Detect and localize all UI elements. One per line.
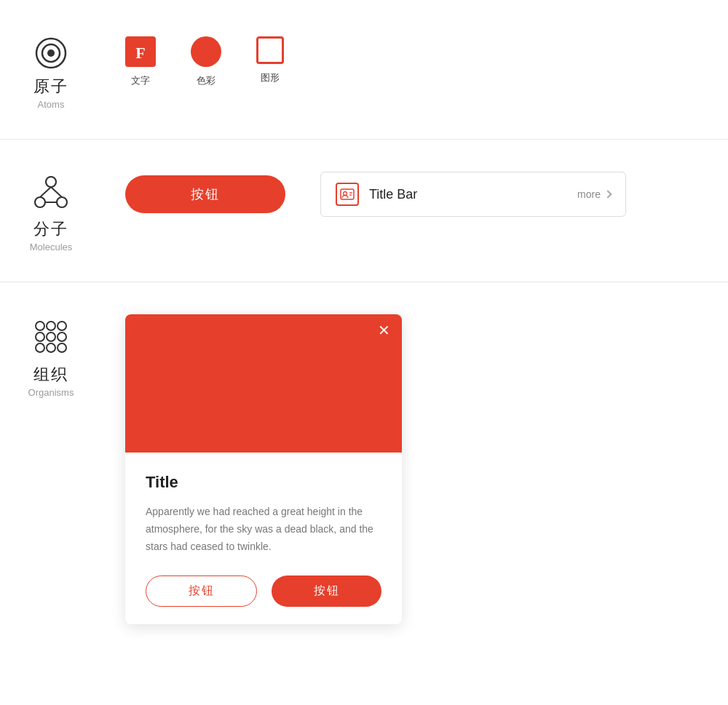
organisms-section: 组织 Organisms ✕ Title Apparently we had r…	[0, 282, 728, 659]
atoms-section: 原子 Atoms F 文字 色彩 图形	[0, 0, 728, 140]
modal-text: Apparently we had reached a great height…	[146, 503, 381, 555]
molecules-icon	[33, 176, 69, 212]
atoms-label-cn: 原子	[33, 76, 68, 97]
organisms-content: ✕ Title Apparently we had reached a grea…	[102, 311, 728, 630]
more-label: more	[577, 188, 601, 200]
molecules-section: 分子 Molecules 按钮 Title Bar more	[0, 140, 728, 282]
modal-close-button[interactable]: ✕	[378, 323, 390, 338]
svg-point-23	[58, 343, 66, 352]
atoms-label: 原子 Atoms	[0, 29, 102, 110]
atoms-label-en: Atoms	[38, 99, 65, 110]
svg-point-22	[47, 343, 55, 352]
svg-point-12	[344, 192, 347, 196]
shape-atom-icon	[256, 36, 284, 64]
molecules-content: 按钮 Title Bar more	[102, 169, 728, 223]
color-atom-icon	[191, 36, 221, 67]
title-bar-text: Title Bar	[369, 187, 567, 202]
title-bar-icon	[336, 183, 359, 206]
svg-rect-11	[341, 189, 354, 199]
svg-line-8	[40, 187, 51, 197]
atom-shape: 图形	[256, 36, 284, 84]
svg-line-9	[51, 187, 62, 197]
modal-body: Title Apparently we had reached a great …	[125, 453, 402, 624]
modal-btn-filled[interactable]: 按钮	[272, 575, 381, 607]
primary-button[interactable]: 按钮	[125, 175, 285, 213]
modal-actions: 按钮 按钮	[146, 575, 381, 607]
organisms-label: 组织 Organisms	[0, 311, 102, 398]
atom-color-label: 色彩	[197, 74, 215, 87]
atom-text-label: 文字	[131, 74, 150, 87]
svg-text:F: F	[135, 44, 145, 62]
chevron-right-icon	[604, 190, 612, 198]
atoms-content: F 文字 色彩 图形	[102, 29, 728, 93]
svg-point-7	[57, 197, 67, 207]
svg-point-16	[47, 322, 55, 330]
organisms-label-en: Organisms	[28, 387, 74, 398]
modal-title: Title	[146, 473, 381, 492]
modal-card: ✕ Title Apparently we had reached a grea…	[125, 314, 402, 624]
organisms-icon	[33, 319, 69, 358]
svg-point-19	[47, 332, 55, 341]
atom-shape-label: 图形	[261, 71, 280, 84]
svg-point-21	[36, 343, 44, 352]
svg-point-5	[46, 177, 56, 187]
modal-btn-outline[interactable]: 按钮	[146, 575, 257, 607]
modal-image: ✕	[125, 314, 402, 453]
svg-point-6	[35, 197, 45, 207]
atoms-icon	[34, 36, 68, 70]
molecules-label-cn: 分子	[33, 218, 68, 240]
organisms-label-cn: 组织	[33, 364, 68, 386]
molecules-label: 分子 Molecules	[0, 169, 102, 252]
atom-color: 色彩	[191, 36, 221, 87]
svg-point-17	[58, 322, 66, 330]
atom-text: F 文字	[125, 36, 156, 87]
text-atom-icon: F	[125, 36, 156, 67]
molecules-label-en: Molecules	[30, 242, 73, 252]
svg-point-20	[58, 332, 66, 341]
title-bar-card[interactable]: Title Bar more	[320, 172, 626, 217]
svg-point-18	[36, 332, 44, 341]
svg-point-2	[47, 49, 55, 57]
svg-point-15	[36, 322, 44, 330]
title-bar-more[interactable]: more	[577, 188, 611, 200]
